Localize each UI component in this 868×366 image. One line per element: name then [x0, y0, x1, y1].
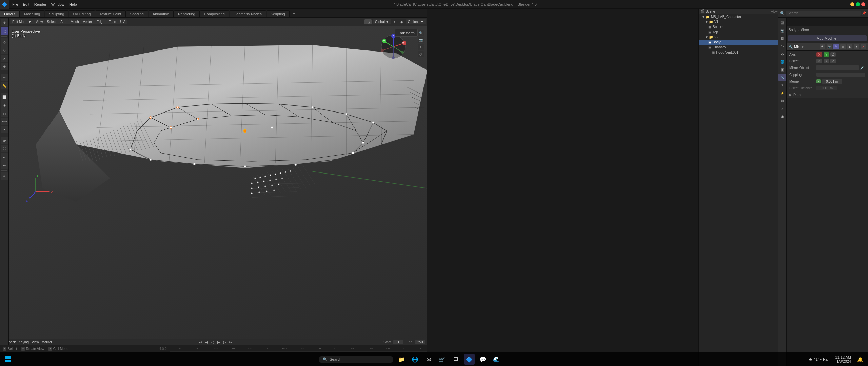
- props-icon-scene2[interactable]: ⚙: [778, 50, 786, 58]
- viewport-zoom-in[interactable]: 🔍: [418, 30, 424, 36]
- props-icon-object[interactable]: ▣: [778, 66, 786, 73]
- face-menu[interactable]: Face: [106, 19, 118, 24]
- data-section-toggle[interactable]: ▶ Data: [787, 92, 868, 98]
- viewport-shading-wire[interactable]: ⬚: [364, 19, 372, 24]
- sc-item-v2[interactable]: ▼ 📁 V2 👁 📷: [699, 35, 787, 40]
- tool-measure[interactable]: 📏: [1, 82, 8, 89]
- tool-transform[interactable]: ⊕: [1, 63, 8, 70]
- axis-z-btn[interactable]: Z: [830, 52, 836, 57]
- taskbar-icon-mail[interactable]: ✉: [423, 354, 434, 365]
- options-btn[interactable]: Options ▼: [406, 19, 426, 24]
- viewport-camera[interactable]: 📷: [418, 37, 424, 43]
- merge-checkbox[interactable]: ✓: [816, 79, 821, 83]
- taskbar-icon-explorer[interactable]: 📁: [396, 354, 407, 365]
- clock[interactable]: 11:12 AM 1/8/2024: [834, 355, 852, 363]
- tool-shear[interactable]: ⧄: [1, 172, 8, 180]
- props-icon-particles[interactable]: ✳: [778, 81, 786, 89]
- tab-modelling[interactable]: Modelling: [20, 10, 44, 17]
- tool-loop-cut[interactable]: ⟺: [1, 118, 8, 125]
- modifier-move-up-btn[interactable]: ▲: [847, 44, 852, 49]
- view-menu-tl[interactable]: View: [32, 340, 39, 344]
- tab-sculpting[interactable]: Sculpting: [45, 10, 68, 17]
- add-menu[interactable]: Add: [58, 19, 68, 24]
- tab-uv-editing[interactable]: UV Editing: [69, 10, 95, 17]
- tab-add[interactable]: +: [290, 9, 298, 17]
- modifier-realtime-btn[interactable]: 👁: [820, 44, 825, 49]
- bisect-dist-value[interactable]: 0.001 m: [816, 86, 837, 90]
- bisect-y-btn[interactable]: Y: [824, 59, 829, 63]
- tab-shading[interactable]: Shading: [126, 10, 148, 17]
- end-frame-input[interactable]: 250: [415, 340, 425, 344]
- tool-annotate[interactable]: ✏: [1, 74, 8, 81]
- props-icon-data[interactable]: ▷: [778, 105, 786, 112]
- modifier-duplicate-btn[interactable]: ⧉: [840, 44, 846, 49]
- props-icon-render[interactable]: 📷: [778, 27, 786, 34]
- edge-menu[interactable]: Edge: [95, 19, 106, 24]
- menu-file[interactable]: File: [10, 2, 20, 7]
- add-modifier-btn[interactable]: Add Modifier: [788, 35, 867, 41]
- tab-rendering[interactable]: Rendering: [174, 10, 200, 17]
- tab-texture-paint[interactable]: Texture Paint: [95, 10, 125, 17]
- sc-item-hood-vent[interactable]: ▣ Hood Vent.001 👁: [699, 50, 787, 55]
- sc-item-body[interactable]: ▣ Body 👁: [699, 40, 787, 45]
- props-icon-world[interactable]: 🌐: [778, 58, 786, 65]
- axis-x-btn[interactable]: X: [816, 52, 822, 57]
- props-icon-constraints[interactable]: ⛓: [778, 97, 786, 104]
- menu-render[interactable]: Render: [32, 2, 48, 7]
- props-pin-icon[interactable]: 📌: [862, 11, 866, 15]
- mode-dropdown[interactable]: Edit Mode ▼: [10, 19, 34, 24]
- menu-help[interactable]: Help: [67, 2, 79, 7]
- props-icon-modifier[interactable]: 🔧: [778, 74, 786, 81]
- start-frame-input[interactable]: 1: [393, 340, 403, 344]
- tab-animation[interactable]: Animation: [149, 10, 174, 17]
- props-search-icon[interactable]: 🔍: [780, 11, 785, 16]
- sc-item-mb-lab[interactable]: ▼ 📁 MB_LAB_Character 👁 📷: [699, 14, 787, 19]
- props-icon-scene[interactable]: 🎬: [778, 19, 786, 26]
- viewport-overlay[interactable]: ⬡: [418, 51, 424, 57]
- breadcrumb-body[interactable]: Body: [789, 28, 796, 32]
- menu-window[interactable]: Window: [49, 2, 66, 7]
- transform-widget[interactable]: Transform: [395, 29, 418, 37]
- bisect-z-btn[interactable]: Z: [830, 59, 836, 63]
- select-menu[interactable]: Select: [45, 19, 58, 24]
- modifier-edit-btn[interactable]: ✎: [833, 44, 839, 49]
- tool-select[interactable]: ⬚: [1, 27, 8, 35]
- next-frame-btn[interactable]: ▷: [222, 340, 228, 345]
- prev-frame-btn[interactable]: ◀: [204, 340, 209, 345]
- proportional-edit-icon[interactable]: ◉: [398, 18, 406, 26]
- taskbar-icon-photos[interactable]: 🖼: [450, 354, 461, 365]
- taskbar-icon-store[interactable]: 🛒: [437, 354, 448, 365]
- tool-extrude[interactable]: ⬜: [1, 93, 8, 101]
- viewport-3d[interactable]: X Y Z User Perspective (1) Body Transfor…: [9, 26, 427, 352]
- play-btn[interactable]: ▶: [216, 340, 221, 345]
- view-menu[interactable]: View: [34, 19, 45, 24]
- skip-start-btn[interactable]: ⏮: [198, 340, 203, 345]
- props-search-input[interactable]: [786, 11, 861, 16]
- sc-item-v1[interactable]: ▼ 📁 V1 👁 📷: [699, 19, 787, 24]
- modifier-close-btn[interactable]: ✕: [861, 44, 866, 49]
- window-minimize[interactable]: [850, 2, 854, 6]
- notification-btn[interactable]: 🔔: [854, 354, 865, 365]
- tool-knife[interactable]: ✂: [1, 126, 8, 133]
- props-icon-physics[interactable]: ⚡: [778, 89, 786, 97]
- vertex-menu[interactable]: Vertex: [81, 19, 94, 24]
- system-tray[interactable]: 🌧 41°F Rain: [807, 357, 832, 361]
- keying-menu[interactable]: Keying: [19, 340, 29, 344]
- props-icon-material[interactable]: ◉: [778, 113, 786, 120]
- tool-smooth[interactable]: 〇: [1, 145, 8, 152]
- breadcrumb-modifier[interactable]: Mirror: [800, 28, 809, 32]
- snap-icon[interactable]: ⌖: [391, 18, 398, 26]
- tool-scale[interactable]: ⤢: [1, 55, 8, 62]
- modifier-move-down-btn[interactable]: ▼: [854, 44, 859, 49]
- tab-compositing[interactable]: Compositing: [200, 10, 229, 17]
- mirror-object-eyedropper[interactable]: 💉: [859, 66, 865, 70]
- play-reverse-btn[interactable]: ◁: [210, 340, 215, 345]
- tab-geometry-nodes[interactable]: Geometry Nodes: [230, 10, 266, 17]
- tab-scripting[interactable]: Scripting: [267, 10, 290, 17]
- pivot-dropdown[interactable]: Global ▼: [373, 19, 391, 24]
- sc-item-bottom[interactable]: ▣ Bottom 👁: [699, 24, 787, 29]
- props-icon-output[interactable]: 🖥: [778, 35, 786, 42]
- tool-cursor[interactable]: ✛: [1, 19, 8, 26]
- tool-bevel[interactable]: ◻: [1, 109, 8, 117]
- bisect-x-btn[interactable]: X: [816, 59, 822, 63]
